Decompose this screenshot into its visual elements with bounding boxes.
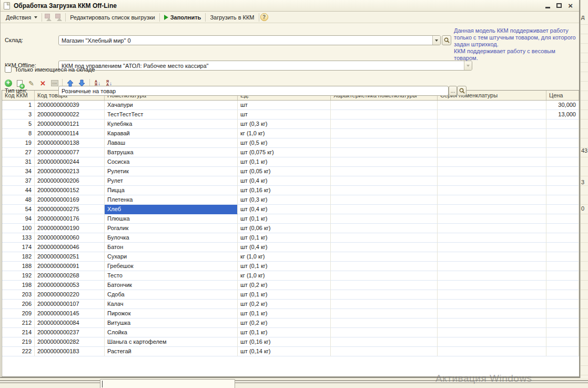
table-cell[interactable] — [438, 167, 546, 176]
table-row[interactable]: 1922000000000268Тестокг (1,0 кг) — [2, 271, 579, 281]
table-cell[interactable]: Лаваш — [105, 138, 238, 148]
table-cell[interactable] — [331, 337, 438, 347]
table-cell[interactable]: Батон — [105, 243, 238, 252]
table-cell[interactable] — [331, 110, 438, 120]
table-cell[interactable]: Каравай — [105, 129, 238, 138]
table-cell[interactable] — [546, 205, 579, 214]
table-row[interactable]: 2122000000000084Витушкашт (0,2 кг) — [2, 319, 579, 328]
table-cell[interactable] — [331, 186, 438, 195]
table-cell[interactable] — [546, 319, 579, 328]
table-cell[interactable]: 2000000000190 — [35, 224, 105, 233]
table-cell[interactable]: шт (0,3 кг) — [238, 195, 331, 205]
table-cell[interactable]: 222 — [2, 347, 35, 356]
table-cell[interactable]: кг (1,0 кг) — [238, 252, 331, 262]
edit-export-list-button[interactable]: Редактировать список выгрузки — [67, 13, 158, 22]
table-cell[interactable] — [331, 252, 438, 262]
table-cell[interactable] — [331, 233, 438, 243]
table-cell[interactable]: шт (0,1 кг) — [238, 157, 331, 167]
table-row[interactable]: 2062000000000107Калачшт (0,2 кг) — [2, 300, 579, 309]
table-cell[interactable]: Сухари — [105, 252, 238, 262]
table-cell[interactable] — [331, 176, 438, 186]
table-cell[interactable]: 34 — [2, 167, 35, 176]
table-cell[interactable]: шт (0,1 кг) — [238, 262, 331, 271]
table-cell[interactable] — [331, 101, 438, 110]
table-cell[interactable]: шт (0,2 кг) — [238, 319, 331, 328]
table-cell[interactable] — [331, 262, 438, 271]
only-in-stock-checkbox-row[interactable]: Только имеющиеся на складе — [5, 66, 95, 73]
table-cell[interactable]: шт — [238, 110, 331, 120]
table-cell[interactable]: 5 — [2, 120, 35, 129]
table-cell[interactable]: шт (0,4 кг) — [238, 176, 331, 186]
table-cell[interactable] — [438, 224, 546, 233]
table-cell[interactable]: 219 — [2, 337, 35, 347]
add-row-button[interactable]: + — [3, 78, 13, 88]
table-cell[interactable] — [546, 120, 579, 129]
table-row[interactable]: 1742000000000046Батоншт (0,4 кг) — [2, 243, 579, 252]
table-cell[interactable]: 2000000000121 — [35, 120, 105, 129]
table-cell[interactable] — [546, 271, 579, 281]
table-cell[interactable] — [438, 328, 546, 337]
table-cell[interactable] — [438, 214, 546, 224]
table-cell[interactable] — [546, 337, 579, 347]
table-cell[interactable]: Шаньга с картофелем — [105, 337, 238, 347]
table-cell[interactable] — [438, 347, 546, 356]
table-cell[interactable]: 182 — [2, 252, 35, 262]
table-cell[interactable]: 192 — [2, 271, 35, 281]
table-cell[interactable]: 2000000000077 — [35, 148, 105, 157]
table-cell[interactable]: Гребешок — [105, 262, 238, 271]
table-cell[interactable]: Ватрушка — [105, 148, 238, 157]
table-cell[interactable]: 48 — [2, 195, 35, 205]
table-cell[interactable]: Рулет — [105, 176, 238, 186]
table-cell[interactable] — [546, 262, 579, 271]
close-button[interactable]: × — [568, 3, 573, 8]
table-cell[interactable]: 2000000000244 — [35, 157, 105, 167]
table-cell[interactable]: 212 — [2, 319, 35, 328]
table-cell[interactable]: 54 — [2, 205, 35, 214]
load-to-kkm-button[interactable]: Загрузить в ККМ — [207, 13, 257, 22]
table-cell[interactable] — [331, 319, 438, 328]
table-cell[interactable] — [438, 176, 546, 186]
table-cell[interactable] — [331, 243, 438, 252]
table-cell[interactable]: Сосиска — [105, 157, 238, 167]
table-cell[interactable]: шт (0,1 кг) — [238, 290, 331, 300]
table-cell[interactable]: шт (0,1 кг) — [238, 309, 331, 319]
table-cell[interactable]: 2000000000114 — [35, 129, 105, 138]
table-cell[interactable]: 209 — [2, 309, 35, 319]
table-row[interactable]: 2142000000000237Слойкашт (0,1 кг) — [2, 328, 579, 337]
table-cell[interactable]: 2000000000169 — [35, 195, 105, 205]
table-cell[interactable]: шт (0,5 кг) — [238, 138, 331, 148]
table-cell[interactable] — [331, 120, 438, 129]
table-cell[interactable]: шт (0,1 кг) — [238, 328, 331, 337]
table-cell[interactable] — [546, 328, 579, 337]
table-row[interactable]: 372000000000206Рулетшт (0,4 кг) — [2, 176, 579, 186]
table-cell[interactable]: шт (0,2 кг) — [238, 300, 331, 309]
table-cell[interactable] — [331, 129, 438, 138]
table-cell[interactable]: шт (0,2 кг) — [238, 281, 331, 290]
table-cell[interactable] — [546, 347, 579, 356]
table-cell[interactable] — [331, 205, 438, 214]
table-cell[interactable] — [438, 148, 546, 157]
table-row[interactable]: 1002000000000190Рогаликшт (0,06 кг) — [2, 224, 579, 233]
table-cell[interactable]: 1 — [2, 101, 35, 110]
table-cell[interactable] — [438, 195, 546, 205]
table-cell[interactable]: 2000000000237 — [35, 328, 105, 337]
table-cell[interactable] — [438, 337, 546, 347]
table-cell[interactable]: 2000000000268 — [35, 271, 105, 281]
table-cell[interactable]: 214 — [2, 328, 35, 337]
table-cell[interactable]: Витушка — [105, 319, 238, 328]
table-cell[interactable]: 31 — [2, 157, 35, 167]
table-row[interactable]: 2092000000000145Пирожокшт (0,1 кг) — [2, 309, 579, 319]
table-cell[interactable] — [546, 195, 579, 205]
table-cell[interactable] — [438, 271, 546, 281]
table-row[interactable]: 342000000000213Рулетикшт (0,05 кг) — [2, 167, 579, 176]
table-row[interactable]: 82000000000114Каравайкг (1,0 кг) — [2, 129, 579, 138]
table-cell[interactable]: 174 — [2, 243, 35, 252]
table-row[interactable]: 442000000000152Пиццашт (0,16 кг) — [2, 186, 579, 195]
table-cell[interactable]: Хачапури — [105, 101, 238, 110]
table-cell[interactable] — [438, 120, 546, 129]
table-cell[interactable] — [331, 309, 438, 319]
table-cell[interactable]: Калач — [105, 300, 238, 309]
table-cell[interactable] — [331, 271, 438, 281]
table-cell[interactable]: 2000000000152 — [35, 186, 105, 195]
table-row[interactable]: 1982000000000053Батончикшт (0,2 кг) — [2, 281, 579, 290]
